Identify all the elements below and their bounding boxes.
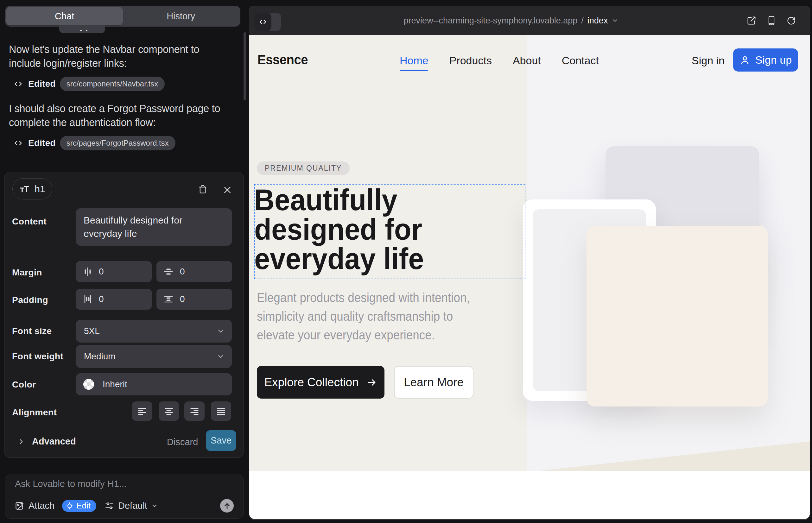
chat-history-tabs: Chat History bbox=[5, 6, 240, 26]
edited-file-chip[interactable]: src/components/Navbar.tsx bbox=[60, 77, 165, 91]
align-left-button[interactable] bbox=[132, 401, 152, 421]
element-tag-label: h1 bbox=[35, 184, 45, 194]
selected-element-pill[interactable]: h1 bbox=[12, 178, 52, 199]
mode-select[interactable]: Default bbox=[105, 501, 158, 511]
hero-description: Elegant products designed with intention… bbox=[257, 288, 474, 344]
prompt-composer: Ask Lovable to modify H1... Attach Edit … bbox=[5, 474, 244, 519]
site-preview: Essence Home Products About Contact Sign… bbox=[249, 35, 810, 519]
open-external-button[interactable] bbox=[747, 16, 756, 25]
target-icon bbox=[66, 502, 73, 510]
explore-collection-button[interactable]: Explore Collection bbox=[257, 366, 385, 399]
nav-link-about[interactable]: About bbox=[513, 54, 541, 67]
padding-label: Padding bbox=[12, 295, 48, 305]
sign-up-button[interactable]: Sign up bbox=[733, 49, 798, 72]
color-select[interactable]: Inherit bbox=[76, 373, 232, 395]
code-icon bbox=[14, 139, 22, 147]
font-weight-value: Medium bbox=[84, 351, 116, 362]
chat-scrollbar[interactable] bbox=[244, 32, 246, 101]
url-host: preview--charming-site-symphony.lovable.… bbox=[404, 16, 578, 26]
attach-image-icon bbox=[15, 502, 24, 510]
discard-button[interactable]: Discard bbox=[167, 437, 198, 447]
padding-vertical-icon bbox=[164, 295, 173, 303]
edited-file-row: Edited src/pages/ForgotPassword.tsx bbox=[14, 136, 175, 150]
padding-vertical-value: 0 bbox=[180, 294, 185, 304]
preview-url[interactable]: preview--charming-site-symphony.lovable.… bbox=[231, 6, 791, 35]
tab-chat[interactable]: Chat bbox=[6, 7, 123, 25]
padding-horizontal-icon bbox=[84, 295, 92, 304]
edited-label: Edited bbox=[28, 79, 56, 89]
font-size-label: Font size bbox=[12, 326, 52, 336]
nav-link-products[interactable]: Products bbox=[449, 54, 492, 67]
color-swatch bbox=[83, 379, 94, 390]
chip-text-dot bbox=[86, 30, 87, 31]
url-separator: / bbox=[581, 16, 584, 26]
color-value: Inherit bbox=[103, 379, 127, 390]
selection-outline bbox=[254, 184, 525, 279]
font-weight-label: Font weight bbox=[12, 351, 63, 362]
alignment-label: Alignment bbox=[12, 407, 57, 418]
content-label: Content bbox=[12, 216, 47, 227]
preview-toolbar-icons bbox=[747, 6, 796, 35]
nav-link-contact[interactable]: Contact bbox=[562, 54, 599, 67]
font-size-select[interactable]: 5XL bbox=[76, 320, 232, 343]
send-button[interactable] bbox=[220, 499, 234, 512]
margin-horizontal-icon bbox=[84, 267, 92, 276]
font-size-value: 5XL bbox=[84, 326, 100, 336]
margin-vertical-value: 0 bbox=[180, 267, 185, 277]
content-input[interactable]: Beautifully designed for everyday life bbox=[76, 208, 232, 246]
code-icon bbox=[14, 80, 22, 88]
nav-active-underline bbox=[400, 70, 428, 71]
font-weight-select[interactable]: Medium bbox=[76, 345, 232, 368]
chip-text-dot bbox=[80, 30, 82, 31]
delete-element-button[interactable] bbox=[196, 182, 210, 196]
tab-history[interactable]: History bbox=[123, 7, 240, 25]
assistant-message: I should also create a Forgot Password p… bbox=[9, 102, 224, 129]
chevron-right-icon bbox=[17, 437, 25, 446]
mobile-view-button[interactable] bbox=[767, 16, 776, 25]
preview-window: preview--charming-site-symphony.lovable.… bbox=[249, 6, 810, 520]
margin-vertical-icon bbox=[164, 268, 173, 276]
chevron-down-icon bbox=[217, 353, 225, 361]
sliders-icon bbox=[105, 502, 114, 510]
text-type-icon bbox=[19, 184, 30, 194]
margin-horizontal-input[interactable]: 0 bbox=[76, 261, 152, 282]
edited-label: Edited bbox=[28, 138, 56, 148]
edit-mode-pill[interactable]: Edit bbox=[62, 500, 96, 512]
hero-card-cream bbox=[586, 226, 768, 407]
assistant-message: Now let's update the Navbar component to… bbox=[9, 43, 224, 70]
margin-horizontal-value: 0 bbox=[99, 267, 104, 277]
site-logo[interactable]: Essence bbox=[258, 53, 308, 67]
edited-file-chip[interactable]: src/pages/ForgotPassword.tsx bbox=[60, 136, 175, 150]
element-editor-panel: h1 Content Beautifully designed for ever… bbox=[4, 172, 244, 458]
align-right-button[interactable] bbox=[184, 401, 205, 421]
nav-link-home[interactable]: Home bbox=[400, 54, 428, 67]
align-justify-button[interactable] bbox=[211, 401, 231, 421]
chevron-down-icon bbox=[612, 17, 618, 24]
align-center-button[interactable] bbox=[159, 401, 179, 421]
site-nav: Home Products About Contact bbox=[400, 35, 599, 86]
hero-badge: PREMIUM QUALITY bbox=[257, 161, 350, 175]
hero-cta-row: Explore Collection Learn More bbox=[257, 366, 474, 399]
learn-more-button[interactable]: Learn More bbox=[394, 366, 474, 399]
margin-label: Margin bbox=[12, 267, 42, 278]
chevron-down-icon bbox=[151, 502, 158, 509]
arrow-right-icon bbox=[366, 377, 377, 388]
advanced-toggle[interactable]: Advanced bbox=[32, 436, 76, 447]
color-label: Color bbox=[12, 379, 36, 390]
composer-actions-row: Attach Edit Default bbox=[15, 499, 236, 512]
close-editor-button[interactable] bbox=[220, 183, 234, 197]
margin-vertical-input[interactable]: 0 bbox=[156, 261, 232, 282]
edited-file-row: Edited src/components/Navbar.tsx bbox=[14, 77, 165, 91]
attach-button[interactable]: Attach bbox=[15, 501, 54, 511]
padding-horizontal-value: 0 bbox=[99, 294, 104, 304]
scrolled-chip-fragment bbox=[59, 25, 105, 33]
sign-in-link[interactable]: Sign in bbox=[692, 35, 725, 86]
refresh-button[interactable] bbox=[787, 16, 796, 25]
save-button[interactable]: Save bbox=[206, 430, 236, 451]
user-icon bbox=[740, 55, 750, 66]
prompt-input[interactable]: Ask Lovable to modify H1... bbox=[15, 479, 127, 489]
url-page: index bbox=[587, 16, 608, 26]
chevron-down-icon bbox=[217, 327, 225, 335]
padding-horizontal-input[interactable]: 0 bbox=[76, 289, 152, 310]
padding-vertical-input[interactable]: 0 bbox=[156, 289, 232, 310]
